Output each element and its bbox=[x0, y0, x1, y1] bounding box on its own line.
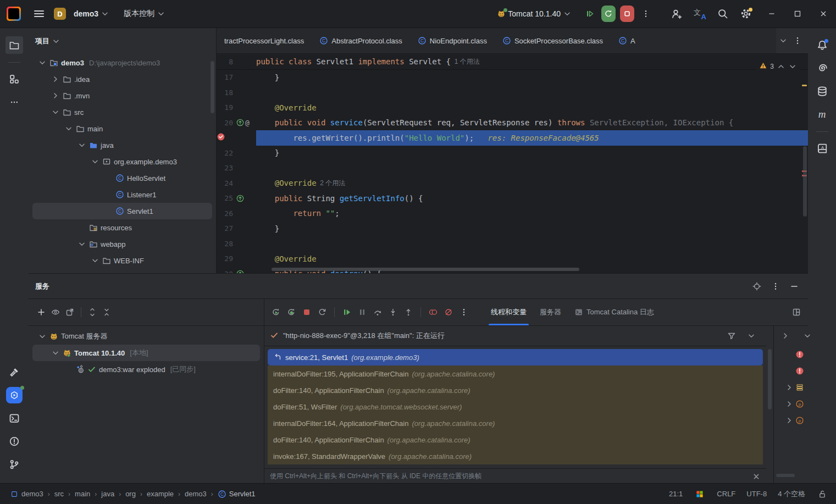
add-icon[interactable] bbox=[34, 305, 48, 319]
step-over-icon[interactable] bbox=[370, 305, 385, 319]
breadcrumb-item[interactable]: src bbox=[52, 489, 66, 499]
gutter[interactable]: 24 bbox=[217, 179, 256, 187]
stack-frame[interactable]: doFilter:140, ApplicationFilterChain (or… bbox=[268, 431, 763, 448]
run-configuration-widget[interactable]: Tomcat 10.1.40 bbox=[494, 7, 575, 20]
chevron-down-icon[interactable] bbox=[77, 141, 86, 149]
rerun-icon[interactable] bbox=[269, 305, 283, 319]
stack-frame[interactable]: doFilter:140, ApplicationFilterChain (or… bbox=[268, 382, 763, 398]
project-item-demo3[interactable]: demo3D:\javaprojects\demo3 bbox=[32, 54, 212, 71]
variable-row[interactable] bbox=[774, 346, 808, 363]
maven-icon[interactable]: m bbox=[813, 106, 831, 123]
layout-settings-icon[interactable] bbox=[789, 305, 804, 319]
search-icon[interactable] bbox=[716, 7, 730, 21]
implementing-method-icon[interactable] bbox=[236, 118, 245, 127]
resume-icon[interactable] bbox=[340, 305, 354, 319]
close-icon[interactable] bbox=[752, 472, 761, 481]
gutter[interactable]: 20@ bbox=[217, 118, 256, 127]
editor-tab[interactable]: CAbstractProtocol.class bbox=[312, 28, 410, 53]
breadcrumb-item[interactable]: CServlet1 bbox=[215, 489, 258, 500]
gutter[interactable]: 28 bbox=[217, 240, 256, 248]
chevron-down-icon[interactable] bbox=[91, 157, 99, 166]
chevron-right-icon[interactable] bbox=[785, 383, 794, 392]
more-icon[interactable] bbox=[790, 34, 805, 48]
project-item-Listener1[interactable]: CListener1 bbox=[32, 186, 212, 203]
gutter[interactable]: 19 bbox=[217, 103, 256, 112]
chevron-down-icon[interactable] bbox=[788, 62, 797, 71]
project-panel-header[interactable]: 项目 bbox=[29, 28, 216, 54]
minimize-window-button[interactable] bbox=[759, 0, 784, 27]
chevron-down-icon[interactable] bbox=[38, 332, 47, 341]
chevron-right-icon[interactable] bbox=[778, 329, 793, 343]
chevron-down-icon[interactable] bbox=[776, 34, 790, 48]
structure-icon[interactable] bbox=[5, 70, 23, 88]
ai-assistant-icon[interactable] bbox=[813, 59, 831, 77]
build-icon[interactable] bbox=[5, 363, 23, 381]
chevron-down-icon[interactable] bbox=[51, 348, 60, 357]
project-item-org.example.demo3[interactable]: org.example.demo3 bbox=[32, 153, 212, 170]
variables-hscrollbar[interactable] bbox=[776, 474, 795, 477]
project-item-webapp[interactable]: webapp bbox=[32, 236, 212, 252]
ms-defender-icon[interactable] bbox=[694, 488, 706, 500]
close-window-button[interactable] bbox=[810, 0, 836, 27]
more-icon[interactable] bbox=[639, 7, 653, 21]
problems-icon[interactable] bbox=[5, 433, 23, 450]
variable-row[interactable] bbox=[774, 379, 808, 396]
hide-icon[interactable] bbox=[787, 279, 801, 293]
chevron-right-icon[interactable] bbox=[785, 400, 794, 408]
project-item-Servlet1[interactable]: CServlet1 bbox=[32, 203, 212, 219]
project-item-main[interactable]: main bbox=[32, 120, 212, 137]
scroll-to-source-icon[interactable] bbox=[750, 279, 764, 293]
gutter[interactable]: 23 bbox=[217, 164, 256, 172]
debugger-tab-服务器[interactable]: 服务器 bbox=[533, 299, 568, 325]
project-item-.idea[interactable]: .idea bbox=[32, 71, 212, 87]
file-encoding[interactable]: UTF-8 bbox=[746, 490, 767, 498]
stack-frame[interactable]: internalDoFilter:164, ApplicationFilterC… bbox=[268, 415, 763, 431]
stack-frame[interactable]: service:21, Servlet1 (org.example.demo3) bbox=[268, 349, 763, 365]
editor-tab[interactable]: CNioEndpoint.class bbox=[410, 28, 495, 53]
editor-horizontal-scrollbar[interactable] bbox=[272, 268, 579, 271]
settings-icon[interactable] bbox=[739, 7, 753, 21]
code-editor[interactable]: 8public class Servlet1 implements Servle… bbox=[217, 54, 808, 274]
project-item-java[interactable]: java bbox=[32, 137, 212, 153]
more-h-icon[interactable] bbox=[5, 93, 23, 111]
gutter[interactable]: 17 bbox=[217, 73, 256, 81]
lock-open-icon[interactable] bbox=[816, 488, 828, 500]
stop-run-icon[interactable] bbox=[620, 7, 634, 21]
translate-icon[interactable]: 文A bbox=[693, 7, 707, 21]
stack-frame[interactable]: internalDoFilter:195, ApplicationFilterC… bbox=[268, 365, 763, 382]
version-control-icon[interactable] bbox=[5, 456, 23, 473]
stop-icon[interactable] bbox=[300, 305, 314, 319]
project-folder-icon[interactable] bbox=[5, 36, 23, 54]
gutter[interactable]: 22 bbox=[217, 149, 256, 157]
terminal-icon[interactable] bbox=[5, 409, 23, 427]
filter-icon[interactable] bbox=[724, 329, 739, 343]
pause-icon[interactable] bbox=[355, 305, 369, 319]
chevron-right-icon[interactable] bbox=[51, 75, 60, 84]
stack-frame[interactable]: doFilter:51, WsFilter (org.apache.tomcat… bbox=[268, 398, 763, 415]
service-item-Tomcat-[interactable]: Tomcat 服务器 bbox=[32, 328, 260, 345]
frames-scrollbar[interactable] bbox=[768, 349, 772, 409]
indent-style[interactable]: 4 个空格 bbox=[778, 489, 805, 499]
chevron-down-icon[interactable] bbox=[51, 108, 60, 117]
gutter[interactable]: 25 bbox=[217, 194, 256, 203]
show-options-icon[interactable] bbox=[48, 305, 63, 319]
project-item-WEB-INF[interactable]: WEB-INF bbox=[32, 252, 212, 269]
expand-all-icon[interactable] bbox=[85, 305, 99, 319]
mute-breakpoints-icon[interactable] bbox=[441, 305, 456, 319]
thread-selector[interactable]: "http-nio-888-exec-9"@3,218 在组"main": 正在… bbox=[264, 326, 766, 346]
debugger-tab-Tomcat Catalina 日志[interactable]: Tomcat Catalina 日志 bbox=[568, 299, 661, 325]
editor-vertical-scrollbar[interactable] bbox=[803, 146, 807, 217]
more-icon[interactable] bbox=[768, 279, 783, 293]
documentation-icon[interactable]: A bbox=[813, 140, 831, 157]
stack-frame[interactable]: invoke:167, StandardWrapperValve (org.ap… bbox=[268, 448, 763, 464]
project-scrollbar[interactable] bbox=[211, 61, 214, 113]
more-icon[interactable] bbox=[457, 305, 471, 319]
project-item-HelloServlet[interactable]: CHelloServlet bbox=[32, 170, 212, 186]
redeploy-icon[interactable] bbox=[315, 305, 329, 319]
gutter[interactable] bbox=[217, 132, 256, 143]
chevron-right-icon[interactable] bbox=[785, 416, 794, 425]
service-item-Tomcat-10.1.40[interactable]: Tomcat 10.1.40[本地] bbox=[32, 345, 260, 361]
project-item-.mvn[interactable]: .mvn bbox=[32, 87, 212, 104]
editor-tab[interactable]: CSocketProcessorBase.class bbox=[495, 28, 611, 53]
step-out-icon[interactable] bbox=[401, 305, 416, 319]
